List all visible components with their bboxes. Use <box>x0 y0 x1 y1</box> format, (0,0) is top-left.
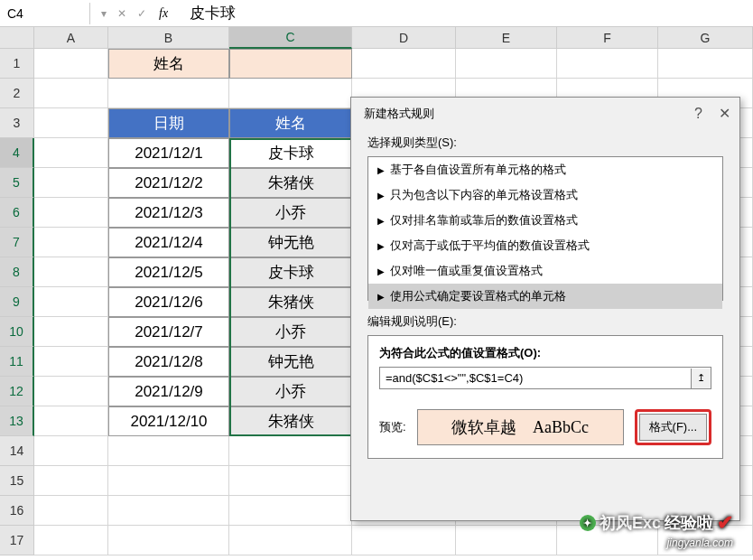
row-header[interactable]: 8 <box>0 257 34 287</box>
row-header[interactable]: 12 <box>0 377 34 406</box>
col-header[interactable]: E <box>456 27 557 49</box>
cell[interactable] <box>108 466 229 496</box>
cell[interactable]: 小乔 <box>229 198 352 228</box>
cell[interactable]: 钟无艳 <box>229 347 352 377</box>
rule-type-list[interactable]: ▶基于各自值设置所有单元格的格式 ▶只为包含以下内容的单元格设置格式 ▶仅对排名… <box>367 156 723 301</box>
row-header[interactable]: 4 <box>0 138 34 168</box>
cell[interactable] <box>352 526 456 555</box>
col-header[interactable]: C <box>229 27 352 49</box>
cell[interactable]: 2021/12/9 <box>108 377 229 406</box>
cell[interactable] <box>34 108 108 138</box>
row-header[interactable]: 17 <box>0 526 34 555</box>
cell[interactable]: 朱猪侠 <box>229 406 352 436</box>
select-all-corner[interactable] <box>0 27 34 49</box>
cell[interactable]: 姓名 <box>229 108 352 138</box>
cell[interactable]: 2021/12/7 <box>108 317 229 347</box>
close-icon[interactable]: ✕ <box>719 105 730 122</box>
row-header[interactable]: 7 <box>0 228 34 257</box>
row-header[interactable]: 2 <box>0 79 34 108</box>
row-header[interactable]: 5 <box>0 168 34 198</box>
cell[interactable]: 2021/12/1 <box>108 138 229 168</box>
rule-item[interactable]: ▶仅对排名靠前或靠后的数值设置格式 <box>368 208 722 233</box>
row-header[interactable]: 11 <box>0 347 34 377</box>
col-header[interactable]: D <box>352 27 456 49</box>
cell[interactable]: 2021/12/4 <box>108 228 229 257</box>
row-header[interactable]: 10 <box>0 317 34 347</box>
cell[interactable] <box>229 436 352 466</box>
col-header[interactable]: F <box>557 27 658 49</box>
cancel-fx-icon[interactable]: ✕ <box>114 7 130 20</box>
cell[interactable] <box>34 466 108 496</box>
rule-item[interactable]: ▶基于各自值设置所有单元格的格式 <box>368 157 722 182</box>
confirm-fx-icon[interactable]: ✓ <box>134 7 150 20</box>
cell[interactable] <box>34 79 108 108</box>
col-header[interactable]: B <box>108 27 229 49</box>
cell[interactable]: 2021/12/6 <box>108 287 229 317</box>
cell[interactable]: 日期 <box>108 108 229 138</box>
cell[interactable] <box>34 198 108 228</box>
row-header[interactable]: 16 <box>0 496 34 526</box>
cell[interactable] <box>34 49 108 79</box>
cell[interactable] <box>108 526 229 555</box>
rule-item[interactable]: ▶只为包含以下内容的单元格设置格式 <box>368 182 722 208</box>
cell[interactable] <box>352 49 456 79</box>
dropdown-icon[interactable]: ▾ <box>98 7 110 20</box>
format-button[interactable]: 格式(F)... <box>639 414 707 441</box>
rule-item[interactable]: ▶仅对高于或低于平均值的数值设置格式 <box>368 233 722 258</box>
row-header[interactable]: 14 <box>0 436 34 466</box>
cell[interactable]: 小乔 <box>229 317 352 347</box>
row-header[interactable]: 15 <box>0 466 34 496</box>
col-header[interactable]: A <box>34 27 108 49</box>
cell[interactable] <box>557 49 658 79</box>
cell[interactable] <box>34 168 108 198</box>
cell[interactable] <box>34 436 108 466</box>
formula-input[interactable] <box>380 368 691 388</box>
cell[interactable]: 2021/12/2 <box>108 168 229 198</box>
cell[interactable] <box>456 49 557 79</box>
row-header[interactable]: 6 <box>0 198 34 228</box>
cell[interactable]: 小乔 <box>229 377 352 406</box>
cell[interactable]: 朱猪侠 <box>229 287 352 317</box>
cell[interactable] <box>229 79 352 108</box>
cell[interactable] <box>229 526 352 555</box>
cell[interactable] <box>658 49 753 79</box>
cell[interactable]: 2021/12/10 <box>108 406 229 436</box>
fx-icon[interactable]: fx <box>153 6 173 21</box>
name-box[interactable]: C4 <box>0 3 90 24</box>
cell[interactable] <box>34 257 108 287</box>
cell[interactable] <box>34 347 108 377</box>
cell[interactable] <box>34 526 108 555</box>
cell[interactable] <box>456 526 557 555</box>
row-header[interactable]: 3 <box>0 108 34 138</box>
cell[interactable] <box>34 317 108 347</box>
cell[interactable] <box>34 228 108 257</box>
cell[interactable] <box>108 496 229 526</box>
cell[interactable] <box>229 49 352 79</box>
cell[interactable] <box>34 377 108 406</box>
cell[interactable]: 皮卡球 <box>229 138 352 168</box>
cell[interactable] <box>108 79 229 108</box>
cell[interactable]: 皮卡球 <box>229 257 352 287</box>
cell[interactable]: 钟无艳 <box>229 228 352 257</box>
cell[interactable]: 姓名 <box>108 49 229 79</box>
cell[interactable] <box>108 436 229 466</box>
rule-item[interactable]: ▶使用公式确定要设置格式的单元格 <box>368 284 722 309</box>
cell[interactable]: 朱猪侠 <box>229 168 352 198</box>
range-selector-icon[interactable]: ↥ <box>691 369 711 388</box>
cell[interactable] <box>34 138 108 168</box>
help-icon[interactable]: ? <box>694 106 702 122</box>
cell[interactable] <box>229 466 352 496</box>
cell[interactable]: 2021/12/3 <box>108 198 229 228</box>
row-header[interactable]: 13 <box>0 406 34 436</box>
cell[interactable] <box>229 496 352 526</box>
row-header[interactable]: 1 <box>0 49 34 79</box>
cell[interactable]: 2021/12/8 <box>108 347 229 377</box>
formula-bar-input[interactable]: 皮卡球 <box>181 0 245 27</box>
cell[interactable]: 2021/12/5 <box>108 257 229 287</box>
row-header[interactable]: 9 <box>0 287 34 317</box>
cell[interactable] <box>34 287 108 317</box>
rule-item[interactable]: ▶仅对唯一值或重复值设置格式 <box>368 258 722 284</box>
col-header[interactable]: G <box>658 27 753 49</box>
cell[interactable] <box>34 496 108 526</box>
cell[interactable] <box>34 406 108 436</box>
